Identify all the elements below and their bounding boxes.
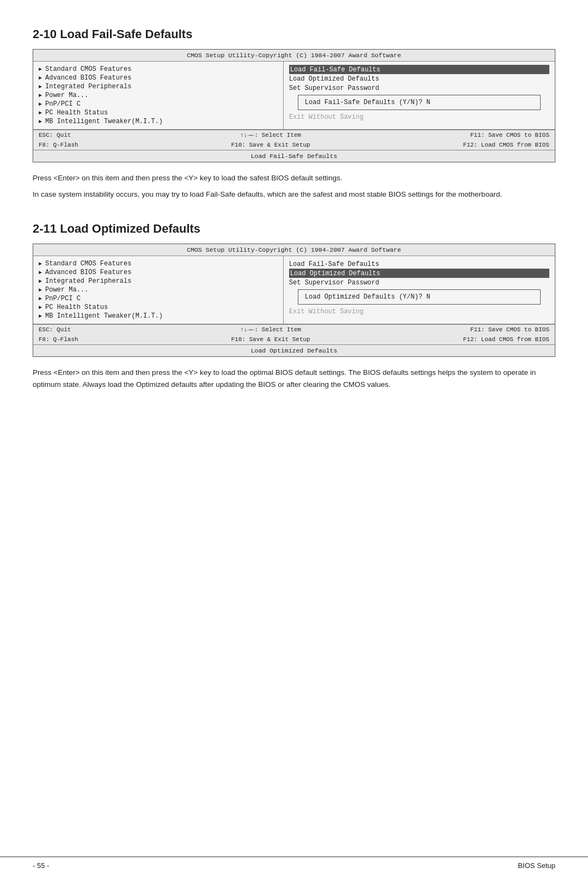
footer-f10: F10: Save & Exit Setup <box>231 336 310 343</box>
section1: 2-10 Load Fail-Safe Defaults CMOS Setup … <box>33 27 555 200</box>
list-item: ►Advanced BIOS Features <box>39 74 278 82</box>
section2-bios-screen: CMOS Setup Utility-Copyright (C) 1984-20… <box>33 244 555 357</box>
section2-desc1: Press <Enter> on this item and then pres… <box>33 367 555 390</box>
list-item: ►MB Intelligent Tweaker(M.I.T.) <box>39 312 278 320</box>
section1-bios-left: ►Standard CMOS Features ►Advanced BIOS F… <box>33 62 284 129</box>
list-item: ►Advanced BIOS Features <box>39 268 278 277</box>
arrow-icon: ► <box>39 270 42 276</box>
section1-bios-screen: CMOS Setup Utility-Copyright (C) 1984-20… <box>33 49 555 162</box>
right-item-failsafe: Load Fail-Safe Defaults <box>289 65 549 74</box>
right-item-exit: Exit Without Saving <box>289 307 549 316</box>
section2: 2-11 Load Optimized Defaults CMOS Setup … <box>33 222 555 390</box>
footer-f12: F12: Load CMOS from BIOS <box>463 336 549 343</box>
list-item: ►PC Health Status <box>39 303 278 312</box>
list-item: ►PnP/PCI C <box>39 100 278 108</box>
section1-bios-body: ►Standard CMOS Features ►Advanced BIOS F… <box>33 62 555 130</box>
arrow-icon: ► <box>39 287 42 293</box>
page-section-label: BIOS Setup <box>518 861 555 870</box>
footer-f12: F12: Load CMOS from BIOS <box>463 142 549 148</box>
arrow-icon: ► <box>39 296 42 302</box>
list-item: ►Integrated Peripherals <box>39 277 278 286</box>
footer-f8: F8: Q-Flash <box>39 336 78 343</box>
right-item-failsafe: Load Fail-Safe Defaults <box>289 259 549 269</box>
footer-f8: F8: Q-Flash <box>39 142 78 148</box>
arrow-icon: ► <box>39 75 42 81</box>
section1-bios-footer-bottom: Load Fail-Safe Defaults <box>33 150 555 162</box>
arrow-icon: ► <box>39 278 42 284</box>
arrow-icon: ► <box>39 305 42 311</box>
section1-desc2: In case system instability occurs, you m… <box>33 189 555 201</box>
page-number: - 55 - <box>33 861 49 870</box>
right-item-supervisor: Set Supervisor Password <box>289 83 549 93</box>
footer-row-2: F8: Q-Flash F10: Save & Exit Setup F12: … <box>33 335 555 344</box>
footer-row-2: F8: Q-Flash F10: Save & Exit Setup F12: … <box>33 140 555 150</box>
dialog-row: Load Fail-Safe Defaults (Y/N)? N <box>289 93 549 112</box>
section2-bios-footer-bottom: Load Optimized Defaults <box>33 344 555 356</box>
arrow-icon: ► <box>39 261 42 267</box>
list-item: ►Standard CMOS Features <box>39 65 278 74</box>
footer-f11: F11: Save CMOS to BIOS <box>470 132 549 138</box>
section2-title: 2-11 Load Optimized Defaults <box>33 222 555 236</box>
section2-bios-dialog: Load Optimized Defaults (Y/N)? N <box>298 289 541 305</box>
page-footer: - 55 - BIOS Setup <box>0 857 588 874</box>
list-item: ►Power Ma... <box>39 91 278 100</box>
section1-title: 2-10 Load Fail-Safe Defaults <box>33 27 555 41</box>
right-item-optimized: Load Optimized Defaults <box>289 269 549 278</box>
footer-esc: ESC: Quit <box>39 326 71 333</box>
footer-select: ↑↓→←: Select Item <box>240 132 301 138</box>
section2-bios-left: ►Standard CMOS Features ►Advanced BIOS F… <box>33 256 284 324</box>
section1-bios-footer: ESC: Quit ↑↓→←: Select Item F11: Save CM… <box>33 130 555 150</box>
list-item: ►PC Health Status <box>39 108 278 117</box>
arrow-icon: ► <box>39 119 42 125</box>
section2-bios-header: CMOS Setup Utility-Copyright (C) 1984-20… <box>33 244 555 256</box>
arrow-icon: ► <box>39 313 42 319</box>
footer-row-1: ESC: Quit ↑↓→←: Select Item F11: Save CM… <box>33 130 555 140</box>
footer-f11: F11: Save CMOS to BIOS <box>470 326 549 333</box>
list-item: ►Standard CMOS Features <box>39 259 278 268</box>
section1-bios-header: CMOS Setup Utility-Copyright (C) 1984-20… <box>33 50 555 62</box>
list-item: ►PnP/PCI C <box>39 294 278 303</box>
section2-bios-right: Load Fail-Safe Defaults Load Optimized D… <box>284 256 555 324</box>
arrow-icon: ► <box>39 66 42 72</box>
section2-bios-footer: ESC: Quit ↑↓→←: Select Item F11: Save CM… <box>33 324 555 344</box>
section1-desc1: Press <Enter> on this item and then pres… <box>33 172 555 184</box>
footer-row-1: ESC: Quit ↑↓→←: Select Item F11: Save CM… <box>33 325 555 335</box>
dialog-row: Load Optimized Defaults (Y/N)? N <box>289 287 549 307</box>
arrow-icon: ► <box>39 84 42 90</box>
section2-bios-body: ►Standard CMOS Features ►Advanced BIOS F… <box>33 256 555 324</box>
arrow-icon: ► <box>39 101 42 107</box>
footer-f10: F10: Save & Exit Setup <box>231 142 310 148</box>
list-item: ►Power Ma... <box>39 286 278 294</box>
footer-esc: ESC: Quit <box>39 132 71 138</box>
right-item-optimized: Load Optimized Defaults <box>289 74 549 83</box>
section1-bios-dialog: Load Fail-Safe Defaults (Y/N)? N <box>298 95 541 110</box>
arrow-icon: ► <box>39 93 42 99</box>
footer-select: ↑↓→←: Select Item <box>240 326 301 333</box>
arrow-icon: ► <box>39 110 42 116</box>
list-item: ►MB Intelligent Tweaker(M.I.T.) <box>39 117 278 126</box>
right-item-exit: Exit Without Saving <box>289 112 549 122</box>
list-item: ►Integrated Peripherals <box>39 82 278 91</box>
right-item-supervisor: Set Supervisor Password <box>289 278 549 287</box>
section1-bios-right: Load Fail-Safe Defaults Load Optimized D… <box>284 62 555 129</box>
